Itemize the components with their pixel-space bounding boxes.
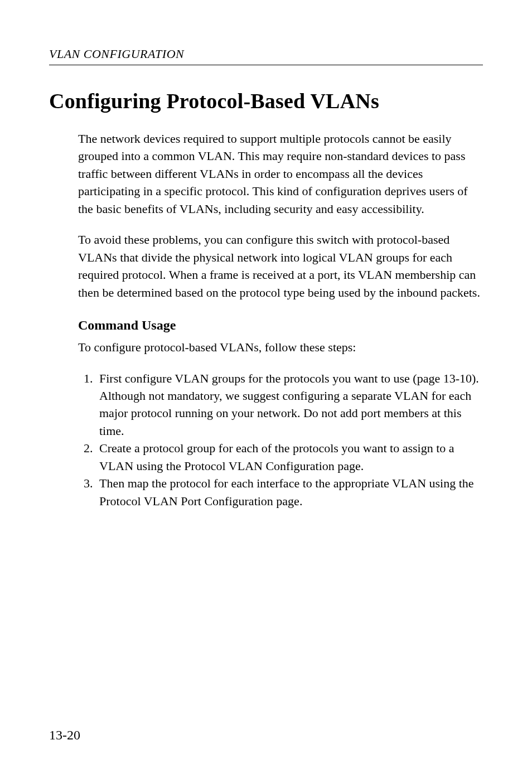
page-title: Configuring Protocol-Based VLANs xyxy=(49,89,483,113)
page-container: VLAN CONFIGURATION Configuring Protocol-… xyxy=(0,0,532,774)
step-item: Then map the protocol for each interface… xyxy=(96,475,483,510)
step-item: Create a protocol group for each of the … xyxy=(96,439,483,475)
steps-list: First configure VLAN groups for the prot… xyxy=(78,370,483,510)
step-item: First configure VLAN groups for the prot… xyxy=(96,370,483,440)
paragraph-2: To avoid these problems, you can configu… xyxy=(78,231,483,301)
body-content: The network devices required to support … xyxy=(78,130,483,510)
subheading-command-usage: Command Usage xyxy=(78,318,483,333)
paragraph-1: The network devices required to support … xyxy=(78,130,483,217)
page-number: 13-20 xyxy=(49,728,80,743)
running-header: VLAN CONFIGURATION xyxy=(49,47,483,61)
header-rule xyxy=(49,65,483,65)
paragraph-3: To configure protocol-based VLANs, follo… xyxy=(78,338,483,356)
